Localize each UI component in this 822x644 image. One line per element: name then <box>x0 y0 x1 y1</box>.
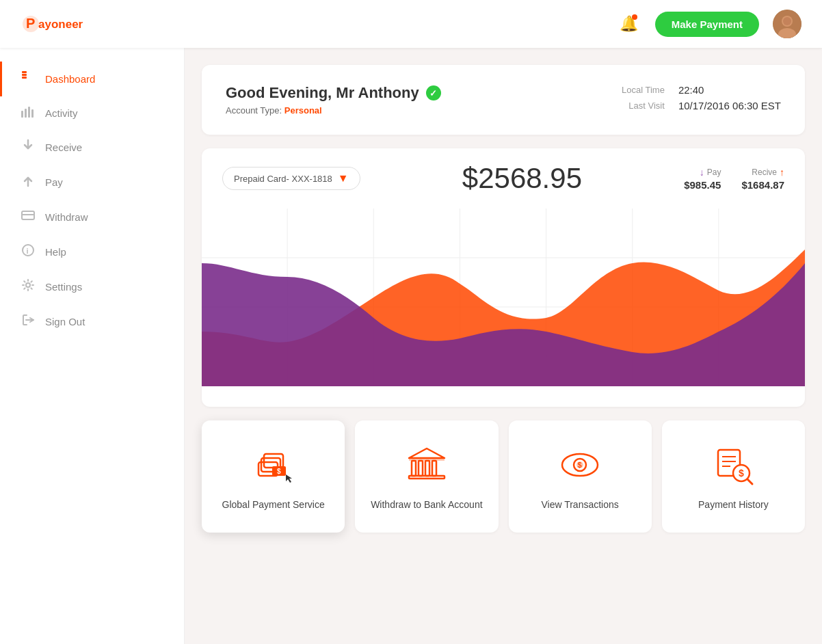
account-type: Account Type: Personal <box>226 105 441 116</box>
dashboard-icon <box>21 70 36 88</box>
withdraw-bank-label: Withdraw to Bank Account <box>371 498 482 512</box>
verified-badge: ✓ <box>426 85 441 100</box>
avatar[interactable] <box>773 10 801 38</box>
withdraw-icon <box>21 209 36 226</box>
global-payment-icon-wrap: $ <box>250 441 297 489</box>
avatar-image <box>773 10 801 38</box>
quick-actions: $ Global Payment Service <box>202 420 805 533</box>
help-icon: i <box>21 243 36 260</box>
header: P ayoneer 🔔 Make Payment <box>0 0 822 48</box>
header-right: 🔔 Make Payment <box>617 10 801 38</box>
logo: P ayoneer <box>21 10 116 38</box>
sidebar-item-activity[interactable]: Activity <box>0 96 184 130</box>
svg-line-54 <box>747 479 752 484</box>
receive-icon <box>21 139 36 156</box>
sidebar-withdraw-label: Withdraw <box>45 211 88 223</box>
svg-rect-10 <box>21 111 23 118</box>
card-selector-dropdown[interactable]: Prepaid Card- XXX-1818 ▼ <box>222 167 360 190</box>
settings-icon <box>21 278 36 295</box>
view-transactions-card[interactable]: $ View Transactions <box>509 420 652 533</box>
view-transactions-label: View Transactions <box>541 498 618 512</box>
global-payment-label: Global Payment Service <box>222 498 325 512</box>
global-payment-icon: $ <box>252 443 295 487</box>
sidebar-activity-label: Activity <box>45 107 78 119</box>
pay-label: ↓ Pay <box>700 167 721 178</box>
balance-amount: $2568.95 <box>462 162 582 195</box>
svg-rect-12 <box>28 107 30 118</box>
sidebar-item-withdraw[interactable]: Withdraw <box>0 200 184 234</box>
global-payment-card[interactable]: $ Global Payment Service <box>202 420 345 533</box>
last-visit-value: 10/17/2016 06:30 EST <box>678 100 781 111</box>
receive-amount: $1684.87 <box>741 179 784 191</box>
svg-rect-8 <box>22 74 27 76</box>
receive-arrow-icon: ↑ <box>780 167 784 178</box>
last-visit-row: Last Visit 10/17/2016 06:30 EST <box>610 100 781 111</box>
svg-marker-36 <box>409 448 445 458</box>
svg-rect-7 <box>22 71 27 73</box>
svg-rect-38 <box>412 461 416 476</box>
signout-icon <box>21 313 36 330</box>
pay-section: ↓ Pay $985.45 <box>684 167 721 191</box>
welcome-card: Good Evening, Mr Anthony ✓ Account Type:… <box>202 65 805 135</box>
sidebar-item-receive[interactable]: Receive <box>0 130 184 165</box>
sidebar-signout-label: Sign Out <box>45 316 85 327</box>
main-layout: Dashboard Activity Receive <box>0 48 822 644</box>
notification-dot <box>632 14 637 20</box>
sidebar-item-settings[interactable]: Settings <box>0 269 184 304</box>
receive-section: Recive ↑ $1684.87 <box>741 167 784 191</box>
pay-amount: $985.45 <box>684 179 721 191</box>
account-type-label: Account Type: <box>226 105 282 116</box>
svg-text:i: i <box>27 247 29 255</box>
svg-text:ayoneer: ayoneer <box>38 18 83 31</box>
notification-bell-button[interactable]: 🔔 <box>617 12 641 36</box>
svg-rect-13 <box>31 109 34 118</box>
svg-rect-9 <box>22 77 27 79</box>
dropdown-arrow-icon: ▼ <box>338 172 349 185</box>
svg-rect-11 <box>25 109 27 118</box>
activity-icon <box>21 105 36 121</box>
withdraw-bank-card[interactable]: Withdraw to Bank Account <box>355 420 498 533</box>
sidebar-settings-label: Settings <box>45 281 82 293</box>
sidebar-item-help[interactable]: i Help <box>0 234 184 269</box>
content-area: Good Evening, Mr Anthony ✓ Account Type:… <box>185 48 822 644</box>
pay-label-text: Pay <box>707 167 721 177</box>
withdraw-bank-icon <box>405 443 449 487</box>
payoneer-logo: P ayoneer <box>21 10 116 38</box>
time-info: Local Time 22:40 Last Visit 10/17/2016 0… <box>610 84 781 116</box>
receive-label-text: Recive <box>752 167 777 177</box>
svg-rect-41 <box>432 461 436 476</box>
local-time-row: Local Time 22:40 <box>610 84 781 96</box>
balance-header: Prepaid Card- XXX-1818 ▼ $2568.95 ↓ Pay … <box>202 148 805 209</box>
pay-arrow-icon: ↓ <box>700 167 704 178</box>
view-transactions-icon-wrap: $ <box>556 441 604 489</box>
svg-text:$: $ <box>277 468 281 475</box>
last-visit-label: Last Visit <box>610 100 665 111</box>
svg-point-6 <box>783 17 791 25</box>
pay-receive-section: ↓ Pay $985.45 Recive ↑ $1684.87 <box>684 167 784 191</box>
sidebar-pay-label: Pay <box>45 176 63 188</box>
make-payment-button[interactable]: Make Payment <box>655 12 759 37</box>
sidebar-item-dashboard[interactable]: Dashboard <box>0 62 184 96</box>
payment-history-card[interactable]: $ Payment History <box>662 420 805 533</box>
svg-rect-40 <box>425 461 429 476</box>
welcome-name: Good Evening, Mr Anthony ✓ <box>226 84 441 102</box>
sidebar-receive-label: Receive <box>45 142 82 153</box>
sidebar-dashboard-label: Dashboard <box>45 73 95 85</box>
payment-history-icon-wrap: $ <box>709 441 757 489</box>
svg-text:$: $ <box>578 461 582 469</box>
local-time-label: Local Time <box>610 85 665 95</box>
withdraw-bank-icon-wrap <box>403 441 451 489</box>
sidebar-item-signout[interactable]: Sign Out <box>0 304 184 339</box>
payment-history-label: Payment History <box>698 498 769 512</box>
sidebar: Dashboard Activity Receive <box>0 48 185 644</box>
sidebar-help-label: Help <box>45 246 66 258</box>
welcome-left: Good Evening, Mr Anthony ✓ Account Type:… <box>226 84 441 116</box>
svg-text:P: P <box>26 16 35 31</box>
svg-rect-42 <box>409 476 445 479</box>
sidebar-item-pay[interactable]: Pay <box>0 165 184 200</box>
receive-label: Recive ↑ <box>752 167 784 178</box>
svg-rect-39 <box>419 461 423 476</box>
payment-history-icon: $ <box>711 443 755 487</box>
activity-chart <box>202 209 805 407</box>
svg-text:$: $ <box>739 468 744 479</box>
